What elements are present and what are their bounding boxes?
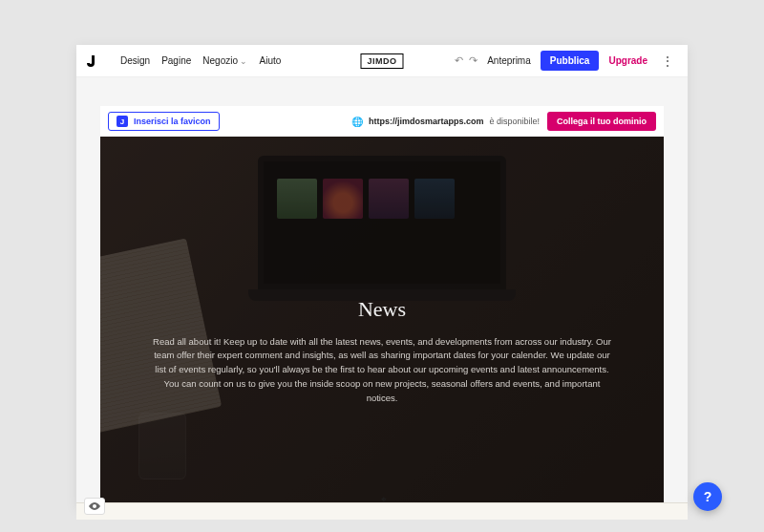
preview-link[interactable]: Anteprima	[487, 55, 531, 66]
page-preview-card: J Inserisci la favicon 🌐 https://jimdosm…	[100, 106, 664, 508]
menu-pages[interactable]: Pagine	[161, 55, 191, 66]
redo-icon[interactable]: ↷	[469, 54, 478, 67]
hero-text: News Read all about it! Keep up to date …	[115, 297, 649, 406]
toolbar-right: ↶ ↷ Anteprima Pubblica Upgrade ⋮	[455, 51, 678, 71]
editor-window: Design Pagine Negozio Aiuto JIMDO ↶ ↷ An…	[76, 45, 688, 508]
publish-button[interactable]: Pubblica	[541, 51, 600, 71]
more-menu-icon[interactable]: ⋮	[657, 53, 678, 69]
connect-domain-button[interactable]: Collega il tuo dominio	[547, 112, 656, 131]
favicon-cta-label: Inserisci la favicon	[134, 117, 211, 126]
visibility-toggle-icon[interactable]	[84, 498, 105, 515]
favicon-placeholder-icon: J	[117, 116, 128, 127]
domain-availability: 🌐 https://jimdosmartapps.com è disponibi…	[351, 117, 540, 127]
domain-available-label: è disponibile!	[489, 117, 540, 126]
help-fab-button[interactable]: ?	[693, 482, 722, 511]
favicon-cta-button[interactable]: J Inserisci la favicon	[108, 112, 220, 131]
menu-shop[interactable]: Negozio	[202, 55, 247, 66]
domain-url: https://jimdosmartapps.com	[369, 117, 484, 126]
top-toolbar: Design Pagine Negozio Aiuto JIMDO ↶ ↷ An…	[76, 45, 688, 77]
menu-help[interactable]: Aiuto	[260, 55, 282, 66]
globe-icon: 🌐	[351, 117, 363, 127]
toolbar-left: Design Pagine Negozio Aiuto	[86, 54, 281, 68]
jimdo-logo-icon[interactable]	[86, 54, 99, 68]
brand-label: JIMDO	[360, 53, 403, 69]
toolbar-center: JIMDO	[360, 53, 403, 69]
hero-title[interactable]: News	[153, 297, 611, 322]
page-header-bar: J Inserisci la favicon 🌐 https://jimdosm…	[100, 106, 664, 137]
undo-redo-group: ↶ ↷	[455, 54, 478, 67]
undo-icon[interactable]: ↶	[455, 54, 463, 67]
menu-design[interactable]: Design	[120, 55, 150, 66]
hero-body[interactable]: Read all about it! Keep up to date with …	[153, 335, 611, 406]
bottom-strip	[76, 502, 688, 520]
hero-section[interactable]: News Read all about it! Keep up to date …	[100, 137, 664, 508]
upgrade-link[interactable]: Upgrade	[608, 55, 647, 66]
canvas-area: J Inserisci la favicon 🌐 https://jimdosm…	[76, 77, 688, 508]
